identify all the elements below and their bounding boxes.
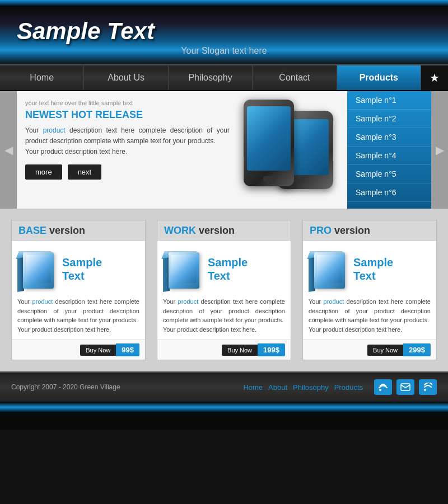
price-base-badge: 99$ <box>116 343 139 356</box>
product-base-desc: Your product description text here compl… <box>17 297 139 334</box>
dropdown-item-6[interactable]: Sample n°6 <box>347 183 431 202</box>
buy-base-button[interactable]: Buy Now <box>80 345 116 356</box>
product-pro-body: SampleText Your product description text… <box>303 241 436 340</box>
product-pro-footer: Buy Now 299$ <box>303 340 436 360</box>
phone-front-button <box>263 176 274 182</box>
product-work-footer: Buy Now 199$ <box>157 340 291 360</box>
product-pro-header: PRO version <box>303 220 436 241</box>
product-pro-box-icon <box>309 247 348 291</box>
nav-products[interactable]: Products <box>337 65 421 90</box>
product-pro-version: version <box>334 225 370 236</box>
product-work: WORK version SampleText Your product des… <box>157 220 291 360</box>
product-work-title: SampleText <box>208 256 248 282</box>
bottom-bar <box>0 402 448 413</box>
product-base-footer: Buy Now 99$ <box>12 340 145 360</box>
nav-philosophy[interactable]: Philosophy <box>169 65 253 90</box>
products-section: BASE version SampleText Your product des… <box>0 209 448 371</box>
footer-links: Home About Philosophy Products <box>243 383 363 392</box>
product-base: BASE version SampleText Your product des… <box>11 220 146 360</box>
nav-home[interactable]: Home <box>0 65 84 90</box>
product-work-version: version <box>199 225 235 236</box>
nav-contact[interactable]: Contact <box>253 65 337 90</box>
top-bar <box>0 0 448 7</box>
slider-headline: NEWEST HOT RELEASE <box>25 109 230 121</box>
price-work-badge: 199$ <box>258 343 285 356</box>
box-face <box>23 252 54 289</box>
svg-rect-1 <box>401 384 410 390</box>
product-base-box-icon <box>17 247 57 291</box>
product-base-body: SampleText Your product description text… <box>12 241 145 340</box>
email-icon[interactable] <box>396 379 414 395</box>
footer-link-about[interactable]: About <box>268 383 287 392</box>
product-work-top: SampleText <box>163 247 285 291</box>
price-pro-badge: 299$ <box>403 343 431 356</box>
dropdown-item-3[interactable]: Sample n°3 <box>347 128 431 147</box>
product-work-body: SampleText Your product description text… <box>157 241 291 340</box>
footer-link-home[interactable]: Home <box>243 383 263 392</box>
svg-point-2 <box>424 389 426 391</box>
nav-about[interactable]: About Us <box>84 65 168 90</box>
footer-copyright: Copyright 2007 - 2020 Green Village <box>11 383 232 391</box>
nav-star[interactable]: ★ <box>421 65 448 90</box>
prev-arrow-button[interactable]: ◀ <box>0 91 17 209</box>
footer-link-products[interactable]: Products <box>334 383 363 392</box>
product-work-accent: WORK <box>164 225 196 236</box>
slider-description: Your product description text here compl… <box>25 125 230 158</box>
slider-buttons: more next <box>25 164 230 180</box>
product-pro: PRO version SampleText Your product desc… <box>302 220 437 360</box>
product-pro-title: SampleText <box>353 256 393 282</box>
site-slogan: Your Slogan text here <box>17 46 431 56</box>
footer-icons <box>374 379 437 395</box>
navbar: Home About Us Philosophy Contact Product… <box>0 64 448 91</box>
rss-icon[interactable] <box>419 379 437 395</box>
product-work-box-icon <box>163 247 202 291</box>
dropdown-item-4[interactable]: Sample n°4 <box>347 147 431 165</box>
next-button[interactable]: next <box>68 164 102 180</box>
phone-front <box>244 100 294 186</box>
slider-over-title: your text here over the little sample te… <box>25 100 230 106</box>
slider-area: your text here over the little sample te… <box>17 91 347 209</box>
buy-pro-button[interactable]: Buy Now <box>367 345 403 356</box>
footer: Copyright 2007 - 2020 Green Village Home… <box>0 371 448 402</box>
product-pro-accent: PRO <box>310 225 332 236</box>
dropdown-item-5[interactable]: Sample n°5 <box>347 165 431 183</box>
product-base-highlight: product <box>32 298 53 305</box>
next-arrow-button[interactable]: ▶ <box>431 91 448 209</box>
outer-bottom <box>0 413 448 430</box>
site-title: Sample Text <box>17 18 431 45</box>
box-face <box>314 252 345 289</box>
product-work-header: WORK version <box>157 220 291 241</box>
box-face <box>169 252 199 289</box>
more-button[interactable]: more <box>25 164 62 180</box>
product-base-top: SampleText <box>17 247 139 291</box>
slider-highlight: product <box>43 126 66 134</box>
product-base-title: SampleText <box>62 256 102 282</box>
header: Sample Text Your Slogan text here <box>0 7 448 64</box>
footer-link-philosophy[interactable]: Philosophy <box>293 383 329 392</box>
buy-work-button[interactable]: Buy Now <box>222 345 258 356</box>
product-pro-top: SampleText <box>309 247 431 291</box>
product-base-header: BASE version <box>12 220 145 241</box>
phone-illustration <box>244 100 333 200</box>
product-pro-desc: Your product description text here compl… <box>309 297 431 334</box>
product-work-desc: Your product description text here compl… <box>163 297 285 334</box>
product-base-version: version <box>49 225 85 236</box>
signal-icon[interactable] <box>374 379 392 395</box>
dropdown-panel: Sample n°1 Sample n°2 Sample n°3 Sample … <box>347 91 431 209</box>
product-base-accent: BASE <box>18 225 46 236</box>
product-pro-highlight: product <box>324 298 344 305</box>
dropdown-item-1[interactable]: Sample n°1 <box>347 91 431 110</box>
svg-point-0 <box>379 389 381 391</box>
product-work-highlight: product <box>178 298 199 305</box>
dropdown-item-2[interactable]: Sample n°2 <box>347 110 431 128</box>
slider-image <box>238 100 339 200</box>
slider-text: your text here over the little sample te… <box>25 100 230 200</box>
phone-front-screen <box>247 106 291 171</box>
main-content: ◀ your text here over the little sample … <box>0 91 448 209</box>
